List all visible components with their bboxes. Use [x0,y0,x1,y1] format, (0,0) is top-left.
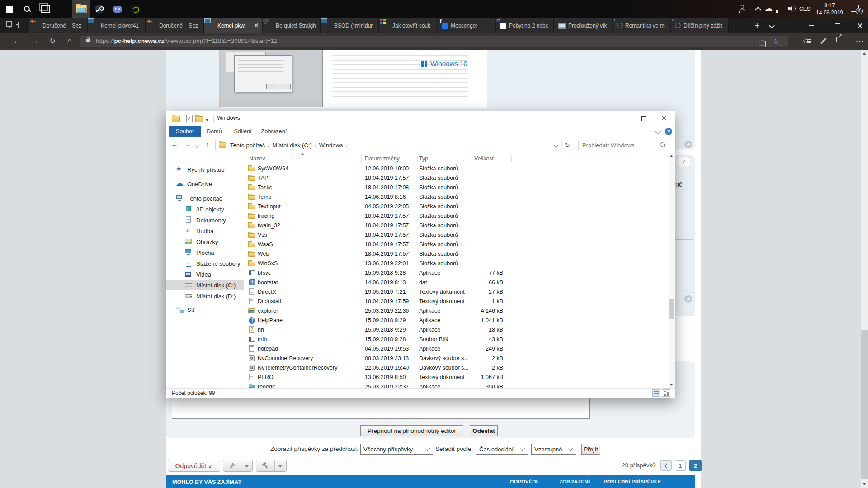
set-tabs-aside-icon[interactable] [16,21,25,29]
file-row[interactable]: bootstat14.06.2019 8:13dat66 kB [245,278,669,287]
file-row[interactable]: HelpPane15.09.2018 9:29Aplikace1 041 kB [245,316,669,325]
breadcrumb-chevron-icon[interactable]: › [266,142,271,149]
taskbar-clock[interactable]: 8:17 14.06.2019 [813,2,846,16]
pagination-page-1[interactable]: 1 [675,460,686,471]
ribbon-collapse-icon[interactable] [655,129,661,135]
settings-more-icon[interactable]: ⋯ [854,36,865,47]
favorites-hub-icon[interactable]: ☆ [800,36,811,47]
tab-list-dropdown-icon[interactable] [769,22,775,28]
web-note-icon[interactable] [819,37,828,46]
add-favorite-icon[interactable]: ☆ [772,37,778,46]
hidden-icons-chevron-icon[interactable] [755,7,761,13]
taskbar-start-button[interactable] [0,0,18,18]
pagination-previous-button[interactable] [660,460,672,471]
breadcrumb-item[interactable]: Tento počítač [229,142,266,149]
browser-tab[interactable]: Pobyt na 2 nebc [496,18,554,33]
maximize-button[interactable] [633,111,653,125]
browser-minimize-button[interactable] [804,18,820,33]
properties-quick-access-icon[interactable] [186,115,193,122]
people-tray-icon[interactable] [738,5,746,13]
file-row[interactable]: tracing18.04.2019 17:57Složka souborů [245,211,669,221]
taskbar-search-button[interactable] [18,0,36,18]
file-row[interactable]: DtcInstall18.04.2019 17:59Textový dokume… [245,297,669,306]
topic-tools-dropdown[interactable] [241,460,252,471]
sidebar-item-hudba[interactable]: Hudba [166,226,244,236]
show-posts-select[interactable]: Všechny příspěvky [360,444,433,455]
large-icons-view-toggle-icon[interactable] [662,389,670,397]
column-separator[interactable] [472,155,472,162]
file-row[interactable]: DirectX19.05.2019 7:21Textový dokument27… [245,287,669,297]
details-view-toggle-icon[interactable] [652,389,660,397]
sidebar-item-onedrive[interactable]: OneDrive [166,179,244,189]
file-row[interactable]: bfsvc15.09.2018 9:28Aplikace77 kB [245,268,669,278]
file-row[interactable]: Vss18.04.2019 17:57Složka souborů [245,230,669,240]
sidebar-item-3d-objekty[interactable]: 3D objekty [166,204,244,214]
taskbar-discord-button[interactable] [108,0,127,18]
column-header-n-zev[interactable]: Název [249,155,265,162]
sidebar-item-m-stn-disk-d-[interactable]: Místní disk (D:) [166,291,244,301]
explorer-scrollbar[interactable] [669,153,675,388]
network-tray-icon[interactable] [778,6,784,11]
taskbar-edge-button[interactable] [54,0,72,18]
file-row[interactable]: SysWOW6412.06.2019 19:00Složka souborů [245,164,669,174]
scrollbar-thumb[interactable] [669,299,674,319]
scrollbar-down-arrow[interactable] [670,384,673,386]
scrollbar-down-arrow[interactable] [863,483,866,485]
moderator-tools-button[interactable] [256,460,287,472]
scrollbar-up-arrow[interactable] [670,155,673,157]
explorer-titlebar[interactable]: Windows [166,111,675,126]
browser-tab-active[interactable]: Kernel-pkw [204,18,262,33]
file-row[interactable]: Web18.04.2019 17:57Složka souborů [245,249,669,259]
taskbar-task-view-button[interactable] [36,0,54,18]
sidebar-item-sta-en-soubory[interactable]: Stažené soubory [166,258,244,268]
refresh-icon[interactable]: ↻ [561,140,573,150]
sidebar-item-tento-po-ta-[interactable]: Tento počítač [166,193,244,203]
browser-tab[interactable]: Děčín plný zážit [671,18,729,33]
file-row[interactable]: twain_3218.04.2019 17:57Složka souborů [245,221,669,230]
breadcrumb-chevron-icon[interactable]: › [313,142,318,149]
browser-maximize-button[interactable] [829,18,845,33]
close-tab-icon[interactable] [254,23,259,28]
file-row[interactable]: notepad04.05.2019 19:53Aplikace249 kB [245,344,669,354]
column-header-datum-zm-ny[interactable]: Datum změny [365,155,400,162]
breadcrumb-item[interactable]: Windows [318,142,344,149]
new-tab-button[interactable]: + [751,20,763,32]
switch-editor-button[interactable]: Přepnout na plnohodnotný editor [360,425,463,436]
file-row[interactable]: PFRO13.06.2019 8:50Textový dokument1 067… [245,373,669,382]
customize-toolbar-dropdown-icon[interactable] [205,117,209,122]
accept-post-button[interactable] [678,157,690,167]
minimize-button[interactable] [613,111,633,125]
sidebar-item-videa[interactable]: Videa [166,269,244,279]
scroll-to-top-button[interactable] [684,141,692,148]
browser-refresh-button[interactable]: ↻ [47,36,58,47]
topic-tools-button[interactable] [223,460,253,472]
breadcrumb-item[interactable]: Místní disk (C:) [271,142,312,149]
browser-tab[interactable]: BSOD (*minidur [321,18,379,33]
scrollbar-up-arrow[interactable] [863,52,866,55]
sidebar-item-rychl-p-stup[interactable]: Rychlý přístup [166,164,244,174]
search-icon[interactable] [660,142,666,148]
search-input[interactable]: Prohledat: Windows [578,140,670,150]
action-center-icon[interactable]: 5 [850,5,862,14]
back-button[interactable]: ← [170,141,179,148]
address-history-dropdown-icon[interactable] [553,142,558,147]
file-row[interactable]: WaaS18.04.2019 17:57Složka souborů [245,240,669,249]
browser-tab[interactable]: Messenger [438,18,495,33]
up-button[interactable]: ↑ [203,141,212,148]
column-separator[interactable] [417,155,418,162]
share-icon[interactable] [836,37,843,42]
url-field[interactable]: https://pc-help.cnews.cz/viewtopic.php?f… [80,36,788,47]
file-row[interactable]: explorer25.03.2019 22:36Aplikace4 146 kB [245,306,669,316]
ribbon-tab-zobrazení[interactable]: Zobrazení [254,126,294,137]
file-row[interactable]: mib15.09.2018 9:28Soubor BIN43 kB [245,335,669,344]
browser-forward-button[interactable]: → [30,36,41,47]
browser-tab[interactable]: Be quiet! Straigh [263,18,321,33]
ribbon-tab-soubor[interactable]: Soubor [169,126,201,137]
file-row[interactable]: TextInput04.05.2019 22:05Složka souborů [245,202,669,211]
file-row[interactable]: TAPI18.04.2019 17:57Složka souborů [245,174,669,183]
new-folder-quick-access-icon[interactable] [195,116,203,122]
sidebar-item-obr-zky[interactable]: Obrázky [166,237,244,247]
pagination-page-2-active[interactable]: 2 [689,460,702,471]
sidebar-item-plocha[interactable]: Plocha [166,248,244,258]
column-header-velikost[interactable]: Velikost [474,155,494,162]
